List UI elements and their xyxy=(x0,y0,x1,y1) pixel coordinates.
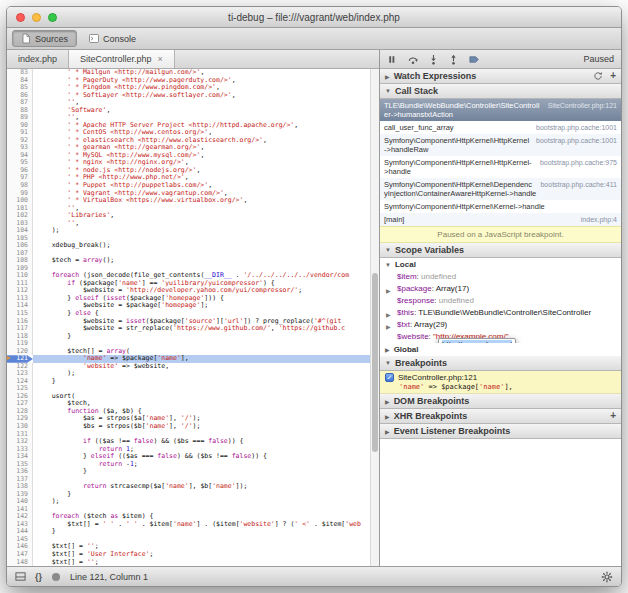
code-line-text: $tech, xyxy=(33,400,379,408)
console-drawer-icon[interactable] xyxy=(15,571,26,582)
code-line-text: foreach (json_decode(file_get_contents(_… xyxy=(33,272,379,280)
disclosure-triangle-icon[interactable]: ▶ xyxy=(385,428,390,435)
section-call-stack[interactable]: ▼ Call Stack xyxy=(380,84,621,99)
add-watch-expression-button[interactable]: + xyxy=(610,71,616,81)
variable-name: $website xyxy=(397,332,429,341)
refresh-watch-icon[interactable] xyxy=(593,71,603,81)
step-into-button[interactable] xyxy=(428,54,439,65)
disclosure-triangle-icon[interactable]: ▶ xyxy=(385,413,390,420)
code-line: 100 ' * VirtualBox <https://www.virtualb… xyxy=(7,197,379,205)
disclosure-triangle-icon[interactable]: ▶ xyxy=(386,310,391,320)
disclosure-triangle-icon[interactable]: ▼ xyxy=(385,262,391,268)
code-line: 104 ); xyxy=(7,227,379,235)
code-line: 101 '', xyxy=(7,205,379,213)
call-stack-frame[interactable]: bootstrap.php.cache:975Symfony\Component… xyxy=(380,156,621,178)
code-line-text xyxy=(33,340,379,348)
pause-resume-button[interactable] xyxy=(387,54,398,65)
scope-global-group[interactable]: ▶ Global xyxy=(380,343,621,356)
code-line-text: ' * Apache HTTP Server Project <http://h… xyxy=(33,122,379,130)
disclosure-triangle-icon[interactable]: ▼ xyxy=(385,247,391,253)
code-line-text: $website = isset($package['source']['url… xyxy=(33,318,379,326)
tab-console[interactable]: Console xyxy=(80,30,145,47)
code-line-text: ' * node.js <http://nodejs.org/>', xyxy=(33,167,379,175)
close-window-button[interactable] xyxy=(16,13,25,22)
tab-sources[interactable]: Sources xyxy=(12,30,77,47)
frame-location: bootstrap.php.cache:1001 xyxy=(536,136,617,145)
line-number[interactable]: 148 xyxy=(7,559,33,566)
code-editor[interactable]: 83 ' * Mailgun <http://mailgun.com/>',84… xyxy=(7,69,379,566)
disclosure-triangle-icon[interactable]: ▶ xyxy=(385,398,390,405)
code-line: 111 if ($package['name'] == 'yuilibrary/… xyxy=(7,280,379,288)
code-line-text: } else { xyxy=(33,310,379,318)
code-line: 139 } xyxy=(7,491,379,499)
step-over-button[interactable] xyxy=(407,54,419,65)
code-line-text: ' * Vagrant <http://www.vagrantup.com/>'… xyxy=(33,190,379,198)
code-line: 126 usort( xyxy=(7,393,379,401)
scope-variable[interactable]: ▶$package: Array(17) xyxy=(380,283,621,295)
disclosure-triangle-icon[interactable]: ▶ xyxy=(386,322,391,332)
code-line: 135 return -1; xyxy=(7,461,379,469)
editor-pane: index.php SiteController.php × 83 ' * Ma… xyxy=(7,50,379,566)
code-line: 102 'Libraries', xyxy=(7,212,379,220)
scope-variable[interactable]: $website: "http://example.com/"http://ex… xyxy=(380,331,621,343)
call-stack-frame[interactable]: bootstrap.php.cache:411Symfony\Component… xyxy=(380,178,621,200)
frame-location: SiteController.php:121 xyxy=(548,101,617,110)
zoom-window-button[interactable] xyxy=(48,13,57,22)
code-lines: 83 ' * Mailgun <http://mailgun.com/>',84… xyxy=(7,69,379,566)
step-out-button[interactable] xyxy=(448,54,459,65)
section-title: Call Stack xyxy=(395,86,438,96)
breakpoint-item[interactable]: ✓SiteController.php:121'name' => $packag… xyxy=(380,371,621,394)
code-line-text: $website = 'http://developer.yahoo.com/y… xyxy=(33,287,379,295)
record-icon[interactable] xyxy=(51,572,61,582)
scope-variable[interactable]: $response: undefined xyxy=(380,295,621,307)
main-content: index.php SiteController.php × 83 ' * Ma… xyxy=(7,50,621,566)
file-tab-index-php[interactable]: index.php xyxy=(7,50,69,68)
disclosure-triangle-icon[interactable]: ▶ xyxy=(386,286,391,296)
deactivate-breakpoints-button[interactable] xyxy=(468,54,480,65)
app-window: ti-debug – file:///vagrant/web/index.php… xyxy=(6,6,622,587)
code-line: 124 } xyxy=(7,378,379,386)
section-event-listener-breakpoints[interactable]: ▶ Event Listener Breakpoints xyxy=(380,424,621,439)
settings-gear-icon[interactable] xyxy=(601,571,613,583)
line-number[interactable]: 120 xyxy=(7,348,33,356)
scope-local-group[interactable]: ▼ Local xyxy=(380,258,621,271)
code-line-text: ' * Pingdom <http://www.pingdom.com/>', xyxy=(33,84,379,92)
file-tab-bar: index.php SiteController.php × xyxy=(7,50,379,69)
code-line-text xyxy=(33,385,379,393)
disclosure-triangle-icon[interactable]: ▼ xyxy=(385,88,391,94)
frame-location: index.php:4 xyxy=(581,215,617,224)
pretty-print-icon[interactable]: {} xyxy=(35,572,42,582)
call-stack-frame[interactable]: bootstrap.php.cache:1001call_user_func_a… xyxy=(380,121,621,134)
code-line: 116 $website = isset($package['source'][… xyxy=(7,318,379,326)
section-watch-expressions[interactable]: ▶ Watch Expressions + xyxy=(380,69,621,84)
code-line: 98 ' * Puppet <http://puppetlabs.com/>', xyxy=(7,182,379,190)
scope-variable[interactable]: ▶$this: TLE\Bundle\WebBundle\Controller\… xyxy=(380,307,621,319)
add-xhr-breakpoint-button[interactable]: + xyxy=(610,411,616,421)
section-dom-breakpoints[interactable]: ▶ DOM Breakpoints xyxy=(380,394,621,409)
call-stack-frame[interactable]: index.php:4[main] xyxy=(380,213,621,226)
scope-variable[interactable]: ▶$txt: Array(29) xyxy=(380,319,621,331)
disclosure-triangle-icon[interactable]: ▶ xyxy=(385,346,390,353)
status-bar: {} Line 121, Column 1 xyxy=(7,566,621,586)
call-stack-frame[interactable]: SiteController.php:121TLE\Bundle\WebBund… xyxy=(380,99,621,121)
editor-scrollbar[interactable] xyxy=(370,69,379,566)
call-stack-list: SiteController.php:121TLE\Bundle\WebBund… xyxy=(380,99,621,226)
close-tab-icon[interactable]: × xyxy=(158,55,163,64)
disclosure-triangle-icon[interactable]: ▶ xyxy=(385,73,390,80)
code-line-text xyxy=(33,536,379,544)
code-line-text: function ($a, $b) { xyxy=(33,408,379,416)
value-edit-popover[interactable]: http://example.com/ xyxy=(438,338,516,343)
editor-scrollbar-thumb[interactable] xyxy=(372,273,378,452)
file-tab-sitecontroller-php[interactable]: SiteController.php × xyxy=(69,50,175,68)
disclosure-triangle-icon[interactable]: ▼ xyxy=(385,360,391,366)
call-stack-frame[interactable]: Symfony\Component\HttpKernel\Kernel->han… xyxy=(380,200,621,213)
section-breakpoints[interactable]: ▼ Breakpoints xyxy=(380,356,621,371)
call-stack-frame[interactable]: bootstrap.php.cache:1001Symfony\Componen… xyxy=(380,134,621,156)
breakpoint-checkbox[interactable]: ✓ xyxy=(385,373,394,382)
code-line-text: ' * MySQL <http://www.mysql.com/>', xyxy=(33,152,379,160)
scope-variable[interactable]: $item: undefined xyxy=(380,271,621,283)
section-scope-variables[interactable]: ▼ Scope Variables xyxy=(380,243,621,258)
minimize-window-button[interactable] xyxy=(32,13,41,22)
code-line-text xyxy=(33,250,379,258)
section-xhr-breakpoints[interactable]: ▶ XHR Breakpoints + xyxy=(380,409,621,424)
